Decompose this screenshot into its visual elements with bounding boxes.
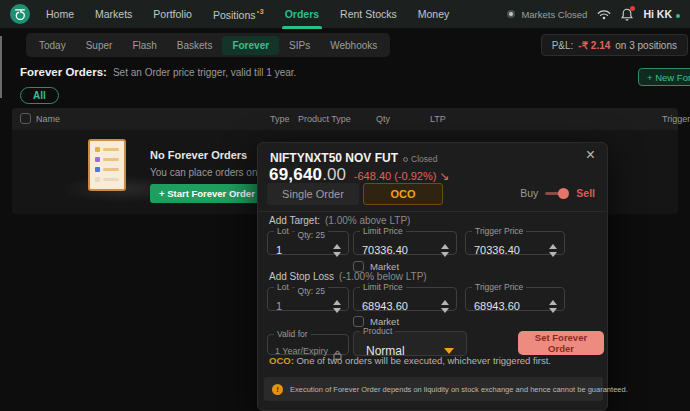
- product-select[interactable]: Product Normal: [353, 327, 467, 356]
- nav-item-markets[interactable]: Markets: [95, 8, 132, 20]
- col-qty: Qty: [376, 114, 390, 124]
- pnl-value: -₹ 2.14: [578, 40, 610, 51]
- stoploss-lot-stepper[interactable]: [333, 300, 341, 313]
- tab-today[interactable]: Today: [29, 36, 76, 55]
- nav-item-positions[interactable]: Positions3: [213, 7, 264, 21]
- dropdown-arrow-icon[interactable]: [444, 348, 454, 354]
- buy-label[interactable]: Buy: [520, 187, 538, 199]
- orders-tab-group: Today Super Flash Baskets Forever SIPs W…: [26, 33, 390, 57]
- stoploss-lot-value[interactable]: 1: [276, 300, 282, 312]
- nav-item-orders[interactable]: Orders: [285, 8, 319, 20]
- stepper-up-icon[interactable]: [549, 244, 557, 249]
- stoploss-qty-label: Qty: 25: [295, 287, 328, 296]
- stepper-down-icon[interactable]: [549, 252, 557, 257]
- stoploss-lot-input[interactable]: Lot Qty: 25 1: [267, 283, 349, 311]
- stoploss-trigger-price-input[interactable]: Trigger Price 68943.60: [465, 283, 565, 311]
- pnl-suffix: on 3 positions: [615, 40, 677, 51]
- valid-for-value[interactable]: 1 Year/Expiry: [275, 346, 328, 356]
- stepper-down-icon[interactable]: [441, 308, 449, 313]
- stepper-up-icon[interactable]: [441, 244, 449, 249]
- target-qty-label: Qty: 25: [295, 231, 328, 240]
- stepper-down-icon[interactable]: [441, 252, 449, 257]
- target-lot-input[interactable]: Lot Qty: 25 1: [267, 227, 349, 255]
- section-head: Forever Orders: Set an Order price trigg…: [20, 66, 296, 78]
- filter-all-chip[interactable]: All: [20, 87, 59, 104]
- target-lot-stepper[interactable]: [333, 244, 341, 257]
- pnl-summary[interactable]: P&L: -₹ 2.14 on 3 positions: [541, 34, 688, 56]
- empty-state-title: No Forever Orders: [150, 149, 247, 161]
- close-icon[interactable]: ×: [586, 147, 595, 163]
- stoploss-trigger-value[interactable]: 68943.60: [474, 300, 520, 312]
- closed-dot-icon: [403, 157, 408, 162]
- nav-item-home[interactable]: Home: [46, 8, 74, 20]
- disclaimer-note: ! Execution of Forever Order depends on …: [264, 377, 603, 401]
- stoploss-limit-stepper[interactable]: [441, 300, 449, 313]
- buy-sell-toggle-group: Buy Sell: [520, 187, 595, 199]
- user-greeting[interactable]: Hi KK: [643, 8, 680, 20]
- orders-tabs-bar: Today Super Flash Baskets Forever SIPs W…: [26, 33, 688, 57]
- sell-label[interactable]: Sell: [576, 187, 595, 199]
- start-forever-order-button[interactable]: + Start Forever Order: [150, 184, 264, 203]
- stepper-down-icon[interactable]: [333, 308, 341, 313]
- stepper-down-icon[interactable]: [549, 308, 557, 313]
- left-scrollbar[interactable]: [0, 36, 2, 98]
- tab-single-order[interactable]: Single Order: [267, 183, 359, 205]
- tab-sips[interactable]: SIPs: [279, 36, 320, 55]
- stoploss-trigger-stepper[interactable]: [549, 300, 557, 313]
- target-limit-stepper[interactable]: [441, 244, 449, 257]
- modal-divider: [258, 211, 607, 212]
- last-price-int: 69,640: [269, 165, 322, 185]
- target-limit-price-input[interactable]: Limit Price 70336.40: [353, 227, 457, 255]
- pnl-label: P&L:: [552, 40, 574, 51]
- stoploss-limit-value[interactable]: 68943.60: [362, 300, 408, 312]
- tab-flash[interactable]: Flash: [122, 36, 166, 55]
- valid-for-label: Valid for: [274, 330, 311, 339]
- stoploss-limit-price-input[interactable]: Limit Price 68943.60: [353, 283, 457, 311]
- new-forever-order-button[interactable]: + New Forever: [638, 68, 690, 86]
- product-label: Product: [360, 327, 395, 336]
- target-lot-value[interactable]: 1: [276, 244, 282, 256]
- notifications-bell[interactable]: [621, 8, 633, 21]
- wifi-icon[interactable]: [597, 9, 611, 20]
- tab-baskets[interactable]: Baskets: [167, 36, 223, 55]
- tab-oco[interactable]: OCO: [363, 183, 443, 205]
- col-trigger-price: Trigger Price: [662, 114, 690, 124]
- stepper-down-icon[interactable]: [333, 252, 341, 257]
- target-trigger-value[interactable]: 70336.40: [474, 244, 520, 256]
- toggle-knob: [558, 188, 569, 199]
- price-change: -648.40 (-0.92%): [354, 170, 437, 182]
- select-all-checkbox[interactable]: [20, 113, 31, 124]
- stepper-up-icon[interactable]: [333, 244, 341, 249]
- col-product-type: Product Type: [298, 114, 351, 124]
- market-closed-indicator: Closed: [403, 154, 437, 164]
- screen: Home Markets Portfolio Positions3 Orders…: [0, 0, 690, 411]
- tab-forever[interactable]: Forever: [222, 36, 279, 55]
- closed-label: Closed: [411, 154, 437, 164]
- target-label: Add Target:: [269, 215, 320, 226]
- tab-super[interactable]: Super: [76, 36, 123, 55]
- oco-note-label: OCO:: [269, 355, 294, 366]
- target-hint: (1.00% above LTP): [325, 215, 410, 226]
- target-trigger-stepper[interactable]: [549, 244, 557, 257]
- notification-dot: [630, 6, 635, 11]
- col-type: Type: [270, 114, 290, 124]
- valid-for-input[interactable]: Valid for 1 Year/Expiry: [267, 330, 349, 355]
- stepper-up-icon[interactable]: [549, 300, 557, 305]
- forever-order-modal: NIFTYNXT50 NOV FUT Closed × 69,640 .00 -…: [257, 142, 608, 411]
- nav-item-rent-stocks[interactable]: Rent Stocks: [340, 8, 397, 20]
- set-forever-order-button[interactable]: Set Forever Order: [518, 331, 604, 355]
- buy-sell-toggle[interactable]: [545, 188, 569, 199]
- greeting-text: Hi KK: [643, 8, 672, 20]
- dhan-logo-icon[interactable]: [10, 4, 30, 24]
- stepper-up-icon[interactable]: [333, 300, 341, 305]
- positions-count-badge: 3: [257, 7, 264, 16]
- stepper-up-icon[interactable]: [441, 300, 449, 305]
- target-trigger-price-input[interactable]: Trigger Price 70336.40: [465, 227, 565, 255]
- tab-webhooks[interactable]: Webhooks: [320, 36, 387, 55]
- stoploss-limit-label: Limit Price: [360, 283, 406, 292]
- warning-icon: !: [272, 384, 283, 395]
- target-limit-label: Limit Price: [360, 227, 406, 236]
- nav-item-portfolio[interactable]: Portfolio: [153, 8, 192, 20]
- nav-item-money[interactable]: Money: [418, 8, 450, 20]
- target-limit-value[interactable]: 70336.40: [362, 244, 408, 256]
